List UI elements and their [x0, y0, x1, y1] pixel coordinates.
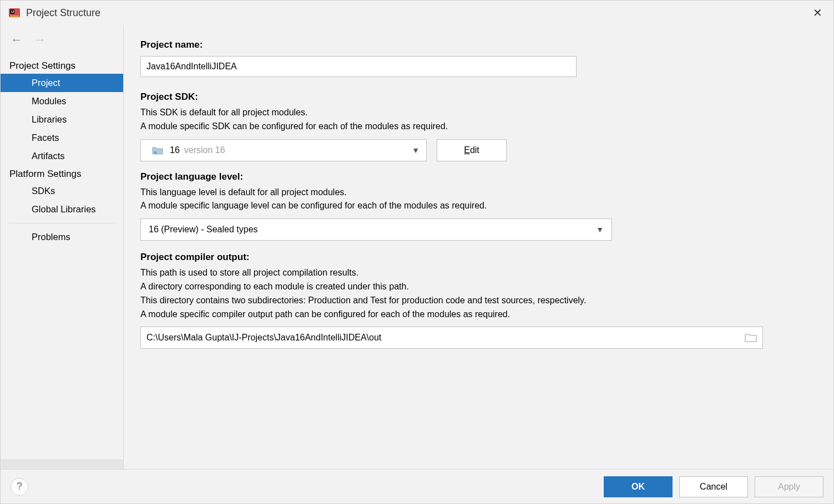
- dialog-footer: ? OK Cancel Apply: [1, 469, 833, 503]
- titlebar: IJ Project Structure ✕: [1, 1, 833, 25]
- sdk-selected-value: 16: [170, 145, 180, 155]
- sidebar-item-libraries[interactable]: Libraries: [1, 110, 123, 129]
- language-level-select[interactable]: 16 (Preview) - Sealed types ▼: [140, 218, 612, 241]
- browse-folder-icon[interactable]: [745, 333, 757, 343]
- ok-button-label: OK: [631, 482, 645, 491]
- compiler-output-desc-4: A module specific compiler output path c…: [140, 308, 818, 322]
- sidebar-divider: [8, 223, 115, 223]
- project-sdk-select[interactable]: 16 version 16 ▼: [140, 139, 427, 161]
- sidebar-heading-project-settings: Project Settings: [1, 57, 123, 74]
- compiler-output-desc-2: A directory corresponding to each module…: [140, 280, 818, 294]
- compiler-output-desc-3: This directory contains two subdirectori…: [140, 294, 818, 308]
- language-level-label: Project language level:: [140, 171, 818, 182]
- sidebar-scroll-thumb[interactable]: [1, 459, 123, 469]
- svg-rect-3: [10, 16, 19, 17]
- language-level-desc-2: A module specific language level can be …: [140, 199, 818, 213]
- sidebar-item-label: Libraries: [32, 114, 67, 124]
- content-panel: Project name: Project SDK: This SDK is d…: [124, 25, 833, 469]
- sdk-selected-version: version 16: [184, 145, 225, 155]
- sidebar-item-global-libraries[interactable]: Global Libraries: [1, 200, 123, 218]
- nav-back-icon[interactable]: ←: [11, 33, 23, 47]
- sidebar-item-sdks[interactable]: SDKs: [1, 182, 123, 200]
- language-level-desc-1: This language level is default for all p…: [140, 186, 818, 200]
- sidebar-item-modules[interactable]: Modules: [1, 92, 123, 110]
- sidebar: ← → Project Settings Project Modules Lib…: [1, 25, 124, 469]
- sidebar-item-label: Facets: [32, 133, 59, 142]
- sidebar-item-label: Global Libraries: [32, 204, 96, 214]
- project-sdk-desc-1: This SDK is default for all project modu…: [140, 106, 818, 120]
- sidebar-item-label: Problems: [32, 232, 70, 242]
- close-icon[interactable]: ✕: [808, 4, 827, 22]
- project-name-label: Project name:: [140, 39, 818, 50]
- edit-sdk-button[interactable]: Edit: [437, 139, 507, 161]
- sidebar-item-label: Artifacts: [32, 151, 65, 161]
- help-button[interactable]: ?: [11, 478, 28, 496]
- ok-button[interactable]: OK: [604, 476, 673, 497]
- compiler-output-desc-1: This path is used to store all project c…: [140, 266, 818, 280]
- sidebar-item-problems[interactable]: Problems: [1, 228, 123, 246]
- app-icon: IJ: [8, 7, 21, 19]
- compiler-output-label: Project compiler output:: [140, 252, 818, 263]
- sidebar-item-label: Modules: [32, 96, 66, 106]
- apply-button-label: Apply: [778, 482, 800, 491]
- sidebar-item-label: SDKs: [32, 186, 55, 196]
- language-level-value: 16 (Preview) - Sealed types: [149, 225, 258, 235]
- chevron-down-icon: ▼: [412, 146, 419, 155]
- sidebar-item-facets[interactable]: Facets: [1, 129, 123, 147]
- cancel-button[interactable]: Cancel: [679, 476, 748, 497]
- svg-point-4: [154, 151, 157, 154]
- compiler-output-input[interactable]: [146, 333, 745, 343]
- project-sdk-desc-2: A module specific SDK can be configured …: [140, 120, 818, 134]
- project-name-input[interactable]: [140, 56, 577, 77]
- sidebar-heading-platform-settings: Platform Settings: [1, 165, 123, 182]
- sidebar-item-project[interactable]: Project: [1, 74, 123, 92]
- sdk-folder-icon: [152, 146, 163, 155]
- sidebar-item-label: Project: [32, 78, 60, 88]
- apply-button[interactable]: Apply: [755, 476, 823, 497]
- svg-text:IJ: IJ: [11, 10, 14, 13]
- chevron-down-icon: ▼: [596, 225, 604, 234]
- nav-forward-icon[interactable]: →: [34, 33, 46, 47]
- window-title: Project Structure: [26, 7, 100, 19]
- cancel-button-label: Cancel: [700, 482, 727, 491]
- sidebar-item-artifacts[interactable]: Artifacts: [1, 147, 123, 165]
- project-sdk-label: Project SDK:: [140, 91, 818, 103]
- edit-button-rest: dit: [470, 145, 479, 155]
